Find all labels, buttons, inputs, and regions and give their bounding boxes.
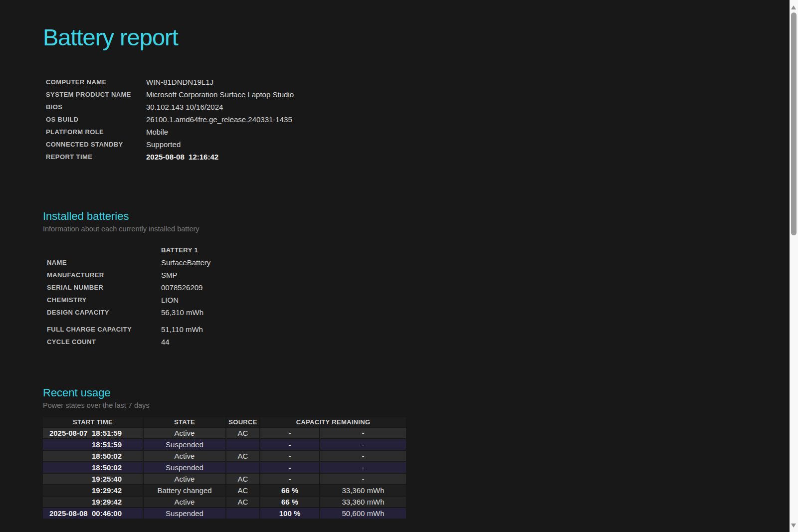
battery-label: MANUFACTURER (43, 269, 161, 281)
usage-start-time: 2025-08-08 00:46:00 (43, 508, 143, 519)
usage-mwh: - (320, 451, 406, 461)
system-info-row: CONNECTED STANDBY Supported (43, 138, 294, 151)
usage-state: Battery changed (144, 485, 225, 496)
installed-batteries-subtitle: Information about each currently install… (43, 225, 790, 233)
usage-start-time: 18:51:59 (43, 439, 143, 450)
battery-row: NAME SurfaceBattery (43, 256, 210, 269)
usage-start-time: 19:29:42 (43, 485, 143, 496)
report-page: Battery report COMPUTER NAME WIN-81DNDN1… (0, 0, 790, 532)
installed-batteries-table: BATTERY 1 NAME SurfaceBattery MANUFACTUR… (43, 244, 210, 348)
usage-state: Active (144, 474, 225, 484)
usage-percent: - (260, 451, 319, 461)
battery-row: MANUFACTURER SMP (43, 269, 210, 281)
usage-state: Suspended (144, 439, 225, 450)
usage-percent: - (260, 439, 319, 450)
info-label: PLATFORM ROLE (43, 126, 146, 138)
system-info-row: BIOS 30.102.143 10/16/2024 (43, 101, 294, 113)
battery-row: SERIAL NUMBER 0078526209 (43, 281, 210, 294)
info-label: REPORT TIME (43, 151, 146, 163)
usage-mwh: - (320, 474, 406, 484)
usage-percent: - (260, 428, 319, 438)
page-title: Battery report (43, 22, 790, 53)
usage-state: Active (144, 428, 225, 438)
recent-usage-section: Recent usage Power states over the last … (43, 386, 790, 520)
battery-label: NAME (43, 256, 161, 269)
battery-value: 0078526209 (161, 281, 210, 294)
recent-usage-subtitle: Power states over the last 7 days (43, 401, 790, 409)
report-time-value: 2025-08-08 12:16:42 (146, 151, 294, 163)
info-label: OS BUILD (43, 113, 146, 126)
battery-value: 51,110 mWh (161, 323, 210, 336)
vertical-scrollbar[interactable] (790, 0, 798, 532)
usage-start-time: 19:25:40 (43, 474, 143, 484)
usage-mwh: 33,360 mWh (320, 485, 406, 496)
battery-column-header-row: BATTERY 1 (43, 244, 210, 256)
usage-state: Suspended (144, 508, 225, 519)
usage-header-start-time: START TIME (43, 417, 143, 427)
info-value: Mobile (146, 126, 294, 138)
battery-row: CYCLE COUNT 44 (43, 336, 210, 348)
usage-row: 2025-08-07 18:51:59 Active AC - - (43, 428, 406, 438)
recent-usage-heading: Recent usage (43, 386, 790, 400)
usage-row: 18:50:02 Active AC - - (43, 451, 406, 461)
usage-percent: 100 % (260, 508, 319, 519)
usage-row: 19:25:40 Active AC - - (43, 474, 406, 484)
usage-state: Suspended (144, 462, 225, 473)
usage-start-time: 19:29:42 (43, 497, 143, 507)
system-info-row: SYSTEM PRODUCT NAME Microsoft Corporatio… (43, 88, 294, 101)
info-label: SYSTEM PRODUCT NAME (43, 88, 146, 101)
usage-source (226, 508, 259, 519)
usage-state: Active (144, 451, 225, 461)
scrollbar-thumb[interactable] (791, 12, 797, 235)
recent-usage-table: START TIME STATE SOURCE CAPACITY REMAINI… (42, 416, 407, 520)
battery-value: SurfaceBattery (161, 256, 210, 269)
usage-row: 18:51:59 Suspended - - (43, 439, 406, 450)
info-label: CONNECTED STANDBY (43, 138, 146, 151)
usage-start-time: 2025-08-07 18:51:59 (43, 428, 143, 438)
usage-row: 19:29:42 Battery changed AC 66 % 33,360 … (43, 485, 406, 496)
battery-row: DESIGN CAPACITY 56,310 mWh (43, 306, 210, 319)
battery-label: CHEMISTRY (43, 294, 161, 306)
usage-source: AC (226, 485, 259, 496)
system-info-row: COMPUTER NAME WIN-81DNDN19L1J (43, 76, 294, 88)
info-value: 26100.1.amd64fre.ge_release.240331-1435 (146, 113, 294, 126)
usage-header-capacity-remaining: CAPACITY REMAINING (260, 417, 406, 427)
battery-label: DESIGN CAPACITY (43, 306, 161, 319)
usage-source (226, 462, 259, 473)
info-value: WIN-81DNDN19L1J (146, 76, 294, 88)
usage-header-source: SOURCE (226, 417, 259, 427)
battery-row: FULL CHARGE CAPACITY 51,110 mWh (43, 323, 210, 336)
usage-start-time: 18:50:02 (43, 451, 143, 461)
usage-source: AC (226, 428, 259, 438)
battery-label: FULL CHARGE CAPACITY (43, 323, 161, 336)
usage-header-row: START TIME STATE SOURCE CAPACITY REMAINI… (43, 417, 406, 427)
info-label: COMPUTER NAME (43, 76, 146, 88)
info-value: Supported (146, 138, 294, 151)
info-value: Microsoft Corporation Surface Laptop Stu… (146, 88, 294, 101)
info-value: 30.102.143 10/16/2024 (146, 101, 294, 113)
usage-source: AC (226, 474, 259, 484)
battery-value: 44 (161, 336, 210, 348)
battery-row: CHEMISTRY LION (43, 294, 210, 306)
system-info-table: COMPUTER NAME WIN-81DNDN19L1J SYSTEM PRO… (43, 76, 294, 163)
battery-value: 56,310 mWh (161, 306, 210, 319)
usage-mwh: 33,360 mWh (320, 497, 406, 507)
usage-percent: - (260, 474, 319, 484)
usage-percent: 66 % (260, 485, 319, 496)
system-info-row: OS BUILD 26100.1.amd64fre.ge_release.240… (43, 113, 294, 126)
scroll-up-arrow-icon[interactable] (791, 5, 796, 9)
installed-batteries-heading: Installed batteries (43, 209, 790, 223)
battery-value: SMP (161, 269, 210, 281)
battery-label: CYCLE COUNT (43, 336, 161, 348)
usage-mwh: - (320, 428, 406, 438)
installed-batteries-section: Installed batteries Information about ea… (43, 209, 790, 348)
usage-state: Active (144, 497, 225, 507)
usage-row: 19:29:42 Active AC 66 % 33,360 mWh (43, 497, 406, 507)
usage-source: AC (226, 451, 259, 461)
usage-start-time: 18:50:02 (43, 462, 143, 473)
usage-percent: - (260, 462, 319, 473)
scroll-down-arrow-icon[interactable] (791, 524, 796, 528)
battery-label: SERIAL NUMBER (43, 281, 161, 294)
usage-row: 18:50:02 Suspended - - (43, 462, 406, 473)
usage-percent: 66 % (260, 497, 319, 507)
